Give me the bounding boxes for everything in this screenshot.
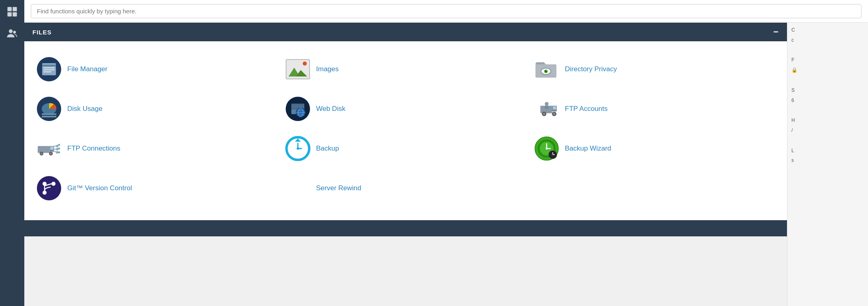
list-item[interactable]: Web Disk (281, 89, 530, 129)
list-item[interactable]: Server Rewind (281, 168, 530, 208)
git-version-control-icon (36, 176, 62, 201)
svg-point-20 (546, 70, 547, 71)
svg-point-58 (58, 151, 60, 153)
svg-point-42 (545, 102, 548, 106)
list-item[interactable]: Disk Usage (32, 89, 281, 129)
svg-point-51 (56, 148, 58, 150)
images-label: Images (316, 65, 339, 73)
web-disk-icon (285, 96, 310, 121)
right-panel-line: L (791, 147, 864, 154)
svg-point-50 (56, 145, 58, 147)
svg-point-47 (41, 153, 43, 155)
svg-rect-11 (43, 71, 51, 72)
right-panel-line: F (791, 57, 864, 64)
svg-rect-37 (553, 106, 556, 110)
list-item[interactable]: Images (281, 49, 530, 89)
backup-icon (285, 136, 310, 161)
file-manager-icon (36, 57, 62, 82)
server-rewind-label: Server Rewind (316, 184, 361, 192)
svg-rect-44 (38, 146, 49, 153)
list-item[interactable]: Git™ Version Control (32, 168, 281, 208)
svg-rect-9 (43, 67, 55, 68)
svg-point-49 (50, 153, 52, 155)
svg-point-26 (54, 116, 55, 117)
svg-rect-43 (545, 106, 548, 109)
svg-point-56 (58, 144, 60, 146)
files-panel: FILES − (24, 23, 787, 306)
svg-point-76 (51, 182, 56, 186)
right-panel-line (791, 107, 864, 114)
right-panel-line: H (791, 117, 864, 124)
svg-rect-45 (50, 147, 53, 150)
right-panel-line: C (791, 27, 864, 34)
right-panel-line: c (791, 37, 864, 44)
backup-label: Backup (316, 144, 339, 153)
backup-wizard-label: Backup Wizard (565, 144, 611, 153)
disk-usage-icon (36, 96, 62, 121)
svg-point-4 (9, 30, 13, 33)
svg-point-5 (13, 31, 16, 34)
ftp-connections-icon (36, 136, 62, 161)
ftp-connections-label: FTP Connections (67, 144, 120, 153)
files-section-header: FILES − (24, 23, 787, 41)
svg-point-15 (303, 62, 307, 66)
sidebar-item-grid[interactable] (4, 4, 20, 19)
svg-rect-0 (7, 7, 11, 11)
sidebar-item-users[interactable] (4, 26, 20, 41)
server-rewind-icon (285, 176, 310, 201)
backup-wizard-icon (534, 136, 559, 161)
right-panel-line (791, 137, 864, 144)
right-panel-line: / (791, 127, 864, 134)
ftp-accounts-icon (534, 96, 559, 121)
search-bar-wrap (24, 0, 868, 23)
next-section-header (24, 220, 787, 236)
svg-point-73 (37, 176, 61, 200)
svg-point-62 (297, 147, 299, 150)
content-area: FILES − (24, 23, 868, 306)
images-icon (285, 57, 310, 82)
list-item[interactable]: FTP Accounts (530, 89, 779, 129)
list-item[interactable]: File Manager (32, 49, 281, 89)
svg-point-68 (546, 148, 548, 150)
svg-rect-10 (43, 69, 55, 70)
main-area: FILES − (24, 0, 868, 306)
svg-rect-1 (13, 7, 17, 11)
search-input[interactable] (31, 4, 862, 18)
files-section-title: FILES (32, 29, 52, 36)
directory-privacy-icon (534, 57, 559, 82)
list-item[interactable]: Backup (281, 129, 530, 168)
right-panel-line: s (791, 157, 864, 164)
files-section-collapse[interactable]: − (773, 28, 779, 36)
list-item[interactable]: Backup Wizard (530, 129, 779, 168)
svg-rect-29 (291, 104, 304, 106)
right-panel: C c F 🔒 S 6 H / L s (787, 23, 868, 306)
right-panel-line: 6 (791, 97, 864, 104)
ftp-accounts-label: FTP Accounts (565, 105, 608, 113)
svg-rect-3 (13, 12, 17, 16)
right-panel-line (791, 47, 864, 54)
svg-point-74 (43, 191, 47, 195)
disk-usage-label: Disk Usage (67, 105, 103, 113)
svg-point-25 (54, 114, 55, 115)
svg-point-41 (553, 113, 556, 115)
right-panel-line: S (791, 87, 864, 94)
sidebar (0, 0, 24, 306)
svg-rect-2 (7, 12, 11, 16)
web-disk-label: Web Disk (316, 105, 345, 113)
right-panel-line (791, 77, 864, 84)
directory-privacy-label: Directory Privacy (565, 65, 617, 73)
list-item[interactable]: FTP Connections (32, 129, 281, 168)
svg-point-52 (56, 151, 58, 153)
list-item[interactable]: Directory Privacy (530, 49, 779, 89)
right-panel-line: 🔒 (791, 67, 864, 74)
svg-rect-8 (42, 65, 56, 66)
svg-point-57 (58, 148, 60, 150)
svg-point-39 (543, 113, 545, 115)
file-manager-label: File Manager (67, 65, 107, 73)
files-items-grid: File Manager Images (24, 41, 787, 220)
git-version-control-label: Git™ Version Control (67, 184, 132, 192)
